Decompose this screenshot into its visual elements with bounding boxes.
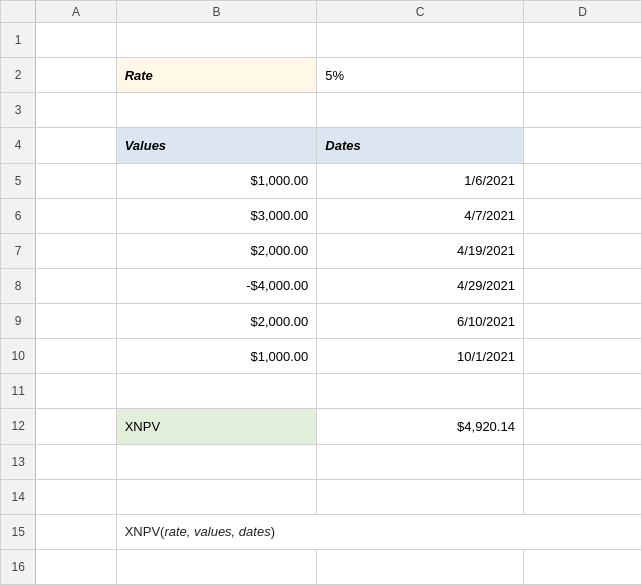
cell-a16[interactable]: [36, 549, 116, 584]
cell-b9[interactable]: $2,000.00: [116, 304, 317, 339]
row-num-9: 9: [1, 304, 36, 339]
cell-c5[interactable]: 1/6/2021: [317, 163, 524, 198]
table-row: 9 $2,000.00 6/10/2021: [1, 304, 642, 339]
cell-b6[interactable]: $3,000.00: [116, 198, 317, 233]
cell-c1[interactable]: [317, 23, 524, 58]
rate-label: Rate: [125, 68, 153, 83]
cell-a14[interactable]: [36, 479, 116, 514]
cell-c12-xnpv-value[interactable]: $4,920.14: [317, 409, 524, 444]
values-header: Values: [125, 138, 166, 153]
cell-d11[interactable]: [523, 374, 641, 409]
cell-a11[interactable]: [36, 374, 116, 409]
row-num-6: 6: [1, 198, 36, 233]
table-row: 4 Values Dates: [1, 128, 642, 163]
cell-c11[interactable]: [317, 374, 524, 409]
cell-a12[interactable]: [36, 409, 116, 444]
cell-b4-values-header[interactable]: Values: [116, 128, 317, 163]
table-row: 13: [1, 444, 642, 479]
cell-c8[interactable]: 4/29/2021: [317, 268, 524, 303]
formula-suffix: ): [271, 524, 275, 539]
cell-c10[interactable]: 10/1/2021: [317, 339, 524, 374]
cell-a8[interactable]: [36, 268, 116, 303]
table-row: 5 $1,000.00 1/6/2021: [1, 163, 642, 198]
row-num-11: 11: [1, 374, 36, 409]
cell-b15-formula[interactable]: XNPV(rate, values, dates ): [116, 514, 641, 549]
row-num-5: 5: [1, 163, 36, 198]
cell-b11[interactable]: [116, 374, 317, 409]
cell-a5[interactable]: [36, 163, 116, 198]
cell-a3[interactable]: [36, 93, 116, 128]
cell-d8[interactable]: [523, 268, 641, 303]
table-row: 14: [1, 479, 642, 514]
cell-d6[interactable]: [523, 198, 641, 233]
cell-d4[interactable]: [523, 128, 641, 163]
cell-c6[interactable]: 4/7/2021: [317, 198, 524, 233]
corner-cell: [1, 1, 36, 23]
formula-italic: rate, values, dates: [164, 524, 270, 539]
cell-d14[interactable]: [523, 479, 641, 514]
cell-c3[interactable]: [317, 93, 524, 128]
cell-c16[interactable]: [317, 549, 524, 584]
column-headers: A B C D: [1, 1, 642, 23]
cell-a7[interactable]: [36, 233, 116, 268]
row-num-8: 8: [1, 268, 36, 303]
table-row: 1: [1, 23, 642, 58]
cell-d1[interactable]: [523, 23, 641, 58]
row-num-12: 12: [1, 409, 36, 444]
cell-c4-dates-header[interactable]: Dates: [317, 128, 524, 163]
table-row: 12 XNPV $4,920.14: [1, 409, 642, 444]
row-num-2: 2: [1, 58, 36, 93]
cell-b16[interactable]: [116, 549, 317, 584]
cell-c14[interactable]: [317, 479, 524, 514]
table-row: 8 -$4,000.00 4/29/2021: [1, 268, 642, 303]
cell-b3[interactable]: [116, 93, 317, 128]
cell-b8[interactable]: -$4,000.00: [116, 268, 317, 303]
cell-b1[interactable]: [116, 23, 317, 58]
row-num-7: 7: [1, 233, 36, 268]
cell-a9[interactable]: [36, 304, 116, 339]
cell-d13[interactable]: [523, 444, 641, 479]
row-num-13: 13: [1, 444, 36, 479]
cell-a13[interactable]: [36, 444, 116, 479]
cell-c9[interactable]: 6/10/2021: [317, 304, 524, 339]
col-header-d[interactable]: D: [523, 1, 641, 23]
cell-b2-rate[interactable]: Rate: [116, 58, 317, 93]
table-row: 16: [1, 549, 642, 584]
xnpv-value: $4,920.14: [457, 419, 515, 434]
row-num-4: 4: [1, 128, 36, 163]
col-header-b[interactable]: B: [116, 1, 317, 23]
cell-c7[interactable]: 4/19/2021: [317, 233, 524, 268]
cell-b13[interactable]: [116, 444, 317, 479]
cell-d10[interactable]: [523, 339, 641, 374]
cell-b5[interactable]: $1,000.00: [116, 163, 317, 198]
table-row: 11: [1, 374, 642, 409]
cell-b14[interactable]: [116, 479, 317, 514]
cell-d2[interactable]: [523, 58, 641, 93]
cell-d16[interactable]: [523, 549, 641, 584]
cell-d7[interactable]: [523, 233, 641, 268]
row-num-15: 15: [1, 514, 36, 549]
cell-a10[interactable]: [36, 339, 116, 374]
cell-d5[interactable]: [523, 163, 641, 198]
table-row: 15 XNPV(rate, values, dates ): [1, 514, 642, 549]
table-row: 3: [1, 93, 642, 128]
row-num-14: 14: [1, 479, 36, 514]
formula-prefix: XNPV(: [125, 524, 165, 539]
cell-c13[interactable]: [317, 444, 524, 479]
col-header-c[interactable]: C: [317, 1, 524, 23]
cell-a4[interactable]: [36, 128, 116, 163]
cell-a6[interactable]: [36, 198, 116, 233]
cell-a2[interactable]: [36, 58, 116, 93]
cell-b12-xnpv[interactable]: XNPV: [116, 409, 317, 444]
cell-a15[interactable]: [36, 514, 116, 549]
cell-d12[interactable]: [523, 409, 641, 444]
row-num-16: 16: [1, 549, 36, 584]
dates-header: Dates: [325, 138, 360, 153]
cell-d9[interactable]: [523, 304, 641, 339]
col-header-a[interactable]: A: [36, 1, 116, 23]
cell-d3[interactable]: [523, 93, 641, 128]
cell-b7[interactable]: $2,000.00: [116, 233, 317, 268]
cell-b10[interactable]: $1,000.00: [116, 339, 317, 374]
cell-a1[interactable]: [36, 23, 116, 58]
cell-c2-rate-value[interactable]: 5%: [317, 58, 524, 93]
